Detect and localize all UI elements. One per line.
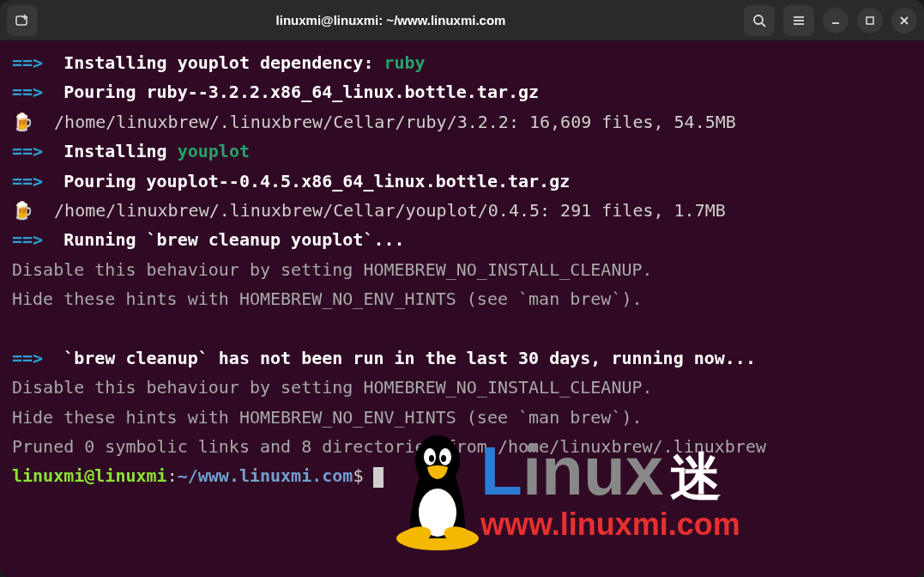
maximize-icon [865,15,875,26]
svg-point-12 [396,526,479,550]
cursor [373,467,383,488]
titlebar-left [7,5,38,36]
prompt-line[interactable]: linuxmi@linuxmi:~/www.linuxmi.com$ [12,461,912,490]
close-icon [899,15,909,26]
terminal-line: ==> `brew cleanup` has not been run in t… [12,343,912,373]
new-tab-icon [15,13,30,28]
terminal-line: ==> Installing youplot [12,137,912,166]
terminal-line [12,314,912,343]
terminal-content[interactable]: ==> Installing youplot dependency: ruby=… [0,41,924,577]
terminal-line: 🍺 /home/linuxbrew/.linuxbrew/Cellar/youp… [12,196,912,225]
prompt-user: linuxmi@linuxmi [12,465,167,486]
svg-line-4 [762,23,765,27]
svg-point-3 [754,15,763,24]
menu-button[interactable] [783,5,814,36]
titlebar: linuxmi@linuxmi: ~/www.linuxmi.com [0,0,924,41]
terminal-line: Pruned 0 symbolic links and 8 directorie… [12,432,912,461]
minimize-button[interactable] [823,8,849,33]
terminal-line: ==> Installing youplot dependency: ruby [12,48,912,77]
svg-point-13 [419,489,456,537]
terminal-window: linuxmi@linuxmi: ~/www.linuxmi.com [0,0,924,577]
terminal-line: Disable this behaviour by setting HOMEBR… [12,373,912,402]
hamburger-icon [792,14,806,27]
titlebar-right [744,5,917,36]
terminal-line: ==> Running `brew cleanup youplot`... [12,225,912,254]
terminal-line: ==> Pouring youplot--0.4.5.x86_64_linux.… [12,167,912,196]
terminal-line: Hide these hints with HOMEBREW_NO_ENV_HI… [12,284,912,313]
prompt-dollar: $ [353,465,373,486]
new-tab-button[interactable] [7,5,38,36]
terminal-line: 🍺 /home/linuxbrew/.linuxbrew/Cellar/ruby… [12,107,912,137]
minimize-icon [830,15,841,26]
watermark-url: www.linuxmi.com [480,498,740,551]
svg-point-19 [399,524,433,549]
prompt-colon: : [167,465,178,486]
close-button[interactable] [891,8,917,33]
terminal-line: ==> Pouring ruby--3.2.2.x86_64_linux.bot… [12,77,912,106]
svg-point-20 [442,524,476,549]
window-title: linuxmi@linuxmi: ~/www.linuxmi.com [38,13,744,27]
search-button[interactable] [744,5,775,36]
prompt-path: ~/www.linuxmi.com [178,465,353,486]
terminal-line: Hide these hints with HOMEBREW_NO_ENV_HI… [12,403,912,432]
search-icon [752,14,766,27]
svg-rect-9 [867,17,873,24]
maximize-button[interactable] [857,8,883,33]
terminal-line: Disable this behaviour by setting HOMEBR… [12,255,912,284]
